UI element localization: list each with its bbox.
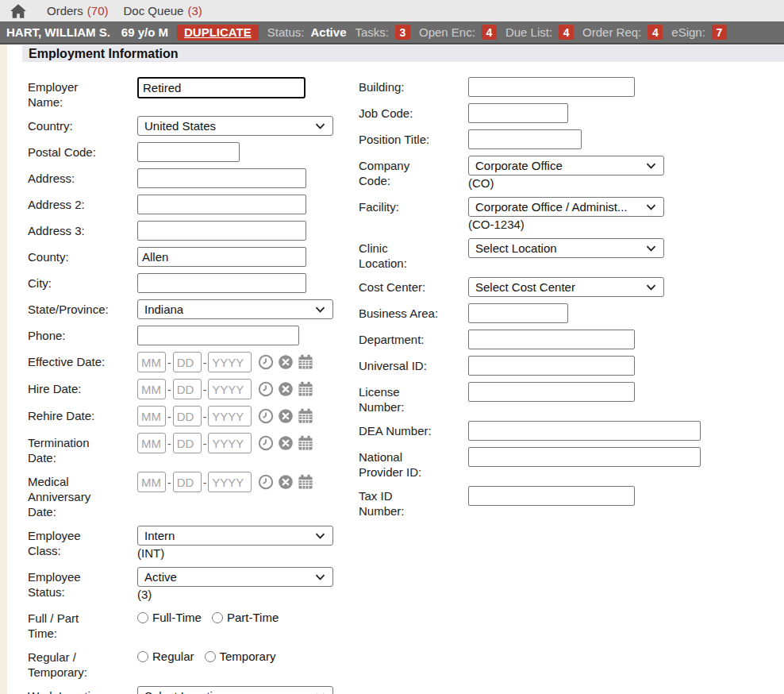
clock-icon[interactable] [258, 354, 274, 370]
effective-date-month-input[interactable] [137, 352, 166, 372]
cost-center-select[interactable]: Select Cost Center [468, 277, 664, 297]
effective-date-year-input[interactable] [208, 352, 252, 372]
field-business-area: Business Area: [359, 303, 784, 323]
metric-esign[interactable]: eSign: 7 [671, 25, 727, 40]
tasks-count-badge[interactable]: 3 [395, 25, 410, 40]
order-req-count-badge[interactable]: 4 [648, 25, 663, 40]
field-postal-code: Postal Code: [28, 142, 359, 162]
address3-input[interactable] [137, 221, 306, 241]
national-provider-id-input[interactable] [468, 447, 701, 467]
facility-select[interactable]: Corporate Office / Administ... [468, 197, 664, 217]
dea-number-input[interactable] [468, 421, 701, 441]
county-input[interactable] [137, 247, 306, 267]
country-select[interactable]: United States [137, 116, 333, 136]
termination-date-day-input[interactable] [173, 433, 202, 453]
postal-code-input[interactable] [137, 142, 240, 162]
chevron-down-icon [646, 163, 656, 169]
patient-name: HART, WILLIAM S. [6, 25, 110, 39]
termination-date-month-input[interactable] [137, 433, 166, 453]
clear-date-icon[interactable] [278, 381, 294, 397]
chevron-down-icon [315, 123, 325, 129]
job-code-label: Job Code: [359, 103, 468, 121]
clock-icon[interactable] [258, 381, 274, 397]
work-location-select[interactable]: Select Location [137, 686, 333, 694]
universal-id-input[interactable] [468, 356, 635, 376]
calendar-icon[interactable] [298, 381, 313, 397]
field-position-title: Position Title: [359, 129, 784, 149]
medical-anniversary-date-month-input[interactable] [137, 472, 166, 492]
date-separator: - [167, 409, 171, 423]
rehire-date-day-input[interactable] [173, 406, 202, 426]
termination-date-year-input[interactable] [208, 433, 252, 453]
metric-due-list[interactable]: Due List: 4 [505, 25, 574, 40]
job-code-input[interactable] [468, 103, 568, 123]
tax-id-number-input[interactable] [468, 486, 635, 506]
employee-status-select[interactable]: Active [137, 567, 333, 587]
clear-date-icon[interactable] [278, 474, 294, 490]
full-part-time-radios: Full-Time Part-Time [137, 608, 279, 624]
regular-radio[interactable]: Regular [137, 650, 194, 663]
employee-class-select[interactable]: Intern [137, 526, 333, 546]
address2-input[interactable] [137, 195, 306, 214]
hire-date-year-input[interactable] [208, 379, 252, 399]
rehire-date-month-input[interactable] [137, 406, 166, 426]
metric-open-enc[interactable]: Open Enc: 4 [419, 25, 497, 40]
effective-date-day-input[interactable] [173, 352, 202, 372]
cost-center-select-value: Select Cost Center [475, 280, 575, 294]
license-number-label: License Number: [359, 382, 468, 414]
due-list-count-badge[interactable]: 4 [559, 25, 574, 40]
department-input[interactable] [468, 330, 635, 349]
field-cost-center: Cost Center: Select Cost Center [359, 277, 784, 297]
section-header: Employment Information [22, 45, 784, 62]
business-area-input[interactable] [468, 303, 568, 323]
duplicate-badge[interactable]: DUPLICATE [177, 25, 259, 40]
hire-date-day-input[interactable] [173, 379, 202, 399]
temporary-radio[interactable]: Temporary [205, 650, 276, 663]
medical-anniversary-date-year-input[interactable] [208, 472, 252, 492]
field-country: Country: United States [28, 116, 359, 136]
phone-input[interactable] [137, 326, 299, 345]
hire-date-month-input[interactable] [137, 379, 166, 399]
clear-date-icon[interactable] [278, 354, 294, 370]
home-icon[interactable] [10, 4, 26, 18]
clock-icon[interactable] [258, 474, 274, 490]
field-medical-anniversary-date: Medical Anniversary Date: - - [28, 472, 359, 519]
full-time-radio[interactable]: Full-Time [137, 611, 202, 624]
clinic-location-select[interactable]: Select Location [468, 238, 664, 258]
esign-label: eSign: [671, 25, 705, 39]
open-enc-label: Open Enc: [419, 25, 475, 39]
metric-order-req[interactable]: Order Req: 4 [582, 25, 663, 40]
clear-date-icon[interactable] [278, 435, 294, 451]
universal-id-label: Universal ID: [359, 356, 468, 373]
work-location-label: Work Location: [28, 686, 137, 694]
clock-icon[interactable] [258, 435, 274, 451]
clear-date-icon[interactable] [278, 408, 294, 424]
company-code-select[interactable]: Corporate Office [468, 156, 664, 175]
calendar-icon[interactable] [298, 474, 313, 490]
patient-status: Status: Active [267, 25, 347, 39]
address-input[interactable] [137, 168, 306, 188]
full-time-radio-label: Full-Time [152, 611, 202, 624]
section-title: Employment Information [29, 47, 178, 61]
building-input[interactable] [468, 77, 635, 97]
calendar-icon[interactable] [298, 408, 313, 424]
clock-icon[interactable] [258, 408, 274, 424]
field-employer-name: Employer Name: [28, 77, 359, 110]
nav-orders[interactable]: Orders (70) [47, 4, 109, 17]
state-province-select-value: Indiana [144, 303, 183, 316]
position-title-input[interactable] [468, 129, 582, 149]
part-time-radio[interactable]: Part-Time [212, 611, 279, 624]
city-input[interactable] [137, 273, 306, 293]
calendar-icon[interactable] [298, 435, 313, 451]
employer-name-input[interactable] [137, 77, 306, 98]
nav-doc-queue[interactable]: Doc Queue (3) [124, 4, 202, 17]
esign-count-badge[interactable]: 7 [712, 25, 727, 40]
state-province-select[interactable]: Indiana [137, 299, 333, 319]
open-enc-count-badge[interactable]: 4 [482, 25, 497, 40]
metric-tasks[interactable]: Tasks: 3 [355, 25, 410, 40]
rehire-date-year-input[interactable] [208, 406, 252, 426]
termination-date-group: - - [137, 433, 313, 453]
calendar-icon[interactable] [298, 354, 313, 370]
license-number-input[interactable] [468, 382, 635, 402]
medical-anniversary-date-day-input[interactable] [173, 472, 202, 492]
